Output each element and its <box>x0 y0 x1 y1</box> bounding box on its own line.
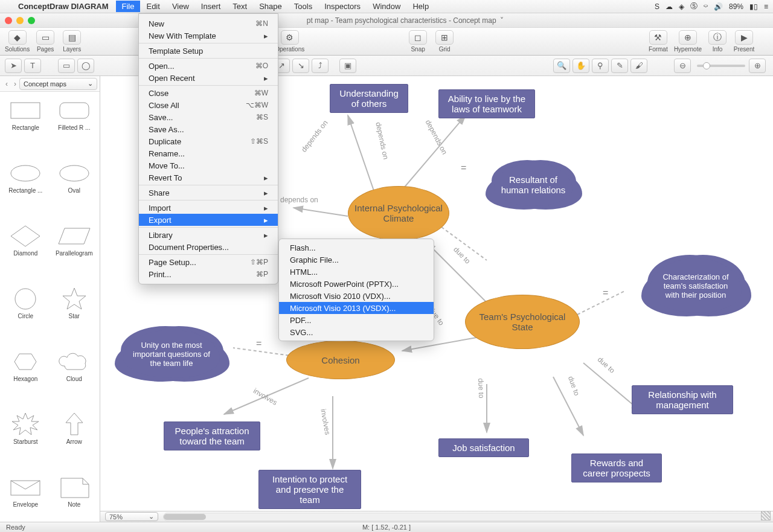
shape-star[interactable]: Star <box>51 285 98 343</box>
text-tool[interactable]: T <box>24 59 41 73</box>
dropbox-icon[interactable]: ◈ <box>679 2 684 11</box>
toolbtn-operations[interactable]: ⚙Operations <box>275 30 304 53</box>
eyedropper-tool[interactable]: ✎ <box>611 59 628 73</box>
toolbtn-snap[interactable]: ◻Snap <box>407 30 429 53</box>
shape-starburst[interactable]: Starburst <box>2 411 49 469</box>
file-menu-print-[interactable]: Print...⌘P <box>139 268 278 280</box>
shape-parallelogram[interactable]: Parallelogram <box>51 222 98 280</box>
shape-oval[interactable]: Oval <box>51 159 98 217</box>
container-tool[interactable]: ▣ <box>339 59 356 73</box>
shape-circle[interactable]: Circle <box>2 285 49 343</box>
wifi-icon[interactable]: ⌔ <box>704 2 708 11</box>
toolbtn-layers[interactable]: ▤Layers <box>61 30 83 53</box>
menu-insert[interactable]: Insert <box>195 1 227 12</box>
sidebar-next[interactable]: › <box>11 80 19 88</box>
menu-view[interactable]: View <box>166 1 195 12</box>
menu-window[interactable]: Window <box>367 1 406 12</box>
zoom-out[interactable]: ⊖ <box>674 59 691 73</box>
shape-arrow[interactable]: Arrow <box>51 411 98 469</box>
menu-shape[interactable]: Shape <box>253 1 288 12</box>
toolbtn-format[interactable]: ⚒Format <box>647 30 669 53</box>
resize-corner[interactable] <box>761 511 771 521</box>
node-cohesion[interactable]: Cohesion <box>286 341 395 379</box>
toolbtn-grid[interactable]: ⊞Grid <box>434 30 455 53</box>
minimize-window[interactable] <box>16 17 24 24</box>
toolbtn-present[interactable]: ▶Present <box>733 30 755 53</box>
export-flash-[interactable]: Flash... <box>279 242 434 254</box>
node-rewards[interactable]: Rewards and career prospects <box>571 453 662 482</box>
export-microsoft-visio-vsdx-[interactable]: Microsoft Visio 2013 (VSDX)... <box>279 302 434 314</box>
export-microsoft-visio-vdx-[interactable]: Microsoft Visio 2010 (VDX)... <box>279 290 434 302</box>
spotlight-icon[interactable]: ≡ <box>764 2 768 11</box>
node-relationship[interactable]: Relationship with management <box>632 385 733 414</box>
app-name[interactable]: ConceptDraw DIAGRAM <box>18 2 109 11</box>
shape-rectangle-[interactable]: Rectangle ... <box>2 159 49 217</box>
zoom-dropdown[interactable]: 75%⌄ <box>105 512 158 521</box>
file-menu-new[interactable]: New⌘N <box>139 18 278 30</box>
menu-text[interactable]: Text <box>226 1 253 12</box>
sidebar-prev[interactable]: ‹ <box>2 80 11 88</box>
shape-cloud[interactable]: Cloud <box>51 348 98 406</box>
toolbtn-pages[interactable]: ▭Pages <box>34 30 56 53</box>
library-dropdown[interactable]: Concept maps⌄ <box>19 78 97 90</box>
cloud-icon[interactable]: ☁ <box>666 2 673 11</box>
horizontal-scrollbar[interactable] <box>163 513 763 521</box>
file-menu-page-setup-[interactable]: Page Setup...⇧⌘P <box>139 256 278 268</box>
zoom-slider[interactable] <box>697 65 745 67</box>
zoom-in[interactable]: ⊕ <box>749 59 766 73</box>
pointer-tool[interactable]: ➤ <box>5 59 22 73</box>
node-job[interactable]: Job satisfaction <box>438 438 529 457</box>
connector-tool-3[interactable]: ↘ <box>292 59 309 73</box>
file-menu-template-setup[interactable]: Template Setup <box>139 45 278 57</box>
export-graphic-file-[interactable]: Graphic File... <box>279 254 434 266</box>
pan-tool[interactable]: ✋ <box>573 59 589 73</box>
rect-tool[interactable]: ▭ <box>58 59 75 73</box>
export-microsoft-powerpoint-pptx-[interactable]: Microsoft PowerPoint (PPTX)... <box>279 278 434 290</box>
node-state[interactable]: Team's Psychological State <box>465 295 580 349</box>
toolbtn-hypernote[interactable]: ⊕Hypernote <box>674 30 702 53</box>
menu-edit[interactable]: Edit <box>140 1 165 12</box>
node-ability[interactable]: Ability to live by the laws of teamwork <box>438 89 535 118</box>
menu-file[interactable]: File <box>116 1 141 12</box>
status-icon[interactable]: S <box>655 2 659 11</box>
file-menu-close[interactable]: Close⌘W <box>139 87 278 99</box>
file-menu-revert-to[interactable]: Revert To▸ <box>139 171 278 184</box>
file-menu-close-all[interactable]: Close All⌥⌘W <box>139 99 278 111</box>
close-window[interactable] <box>5 17 12 24</box>
export-pdf-[interactable]: PDF... <box>279 314 434 326</box>
file-menu-new-with-template[interactable]: New With Template▸ <box>139 30 278 42</box>
shape-rectangle[interactable]: Rectangle <box>2 97 49 155</box>
file-menu-share[interactable]: Share▸ <box>139 187 278 199</box>
node-climate[interactable]: Internal Psychological Climate <box>348 186 449 240</box>
paint-tool[interactable]: 🖌 <box>630 59 647 73</box>
file-menu-duplicate[interactable]: Duplicate⇧⌘S <box>139 135 278 147</box>
file-menu-document-properties-[interactable]: Document Properties... <box>139 241 278 253</box>
shape-filleted-r-[interactable]: Filleted R ... <box>51 97 98 155</box>
zoom-window[interactable] <box>28 17 35 24</box>
skype-icon[interactable]: Ⓢ <box>690 1 698 11</box>
shape-diamond[interactable]: Diamond <box>2 222 49 280</box>
file-menu-save-as-[interactable]: Save As... <box>139 123 278 135</box>
node-understanding[interactable]: Understanding of others <box>330 84 408 113</box>
toolbtn-info[interactable]: ⓘInfo <box>707 30 728 53</box>
toolbtn-solutions[interactable]: ◆Solutions <box>5 30 30 53</box>
file-menu-library[interactable]: Library▸ <box>139 229 278 241</box>
file-menu-open-recent[interactable]: Open Recent▸ <box>139 72 278 84</box>
export-html-[interactable]: HTML... <box>279 266 434 278</box>
menu-inspectors[interactable]: Inspectors <box>318 1 367 12</box>
menu-tools[interactable]: Tools <box>288 1 318 12</box>
zoom-tool[interactable]: 🔍 <box>553 59 570 73</box>
file-menu-rename-[interactable]: Rename... <box>139 147 278 159</box>
file-menu-move-to-[interactable]: Move To... <box>139 159 278 171</box>
file-menu-open-[interactable]: Open...⌘O <box>139 60 278 72</box>
battery-icon[interactable]: ▮▯ <box>749 2 758 11</box>
shape-hexagon[interactable]: Hexagon <box>2 348 49 406</box>
export-svg-[interactable]: SVG... <box>279 326 434 338</box>
volume-icon[interactable]: 🔊 <box>714 2 723 11</box>
node-intention[interactable]: Intention to protect and preserve the te… <box>258 470 361 509</box>
eyedrop-copy[interactable]: ⚲ <box>592 59 609 73</box>
menu-help[interactable]: Help <box>406 1 435 12</box>
oval-tool[interactable]: ◯ <box>77 59 94 73</box>
node-attraction[interactable]: People's attraction toward the team <box>164 421 260 450</box>
file-menu-import[interactable]: Import▸ <box>139 202 278 214</box>
